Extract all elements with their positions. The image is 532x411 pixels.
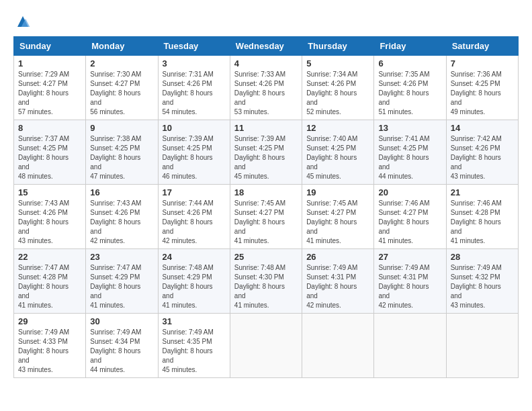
day-number: 12 (306, 123, 369, 133)
calendar-cell: 13Sunrise: 7:41 AMSunset: 4:25 PMDayligh… (374, 120, 446, 185)
day-info: Sunrise: 7:46 AMSunset: 4:28 PMDaylight:… (451, 199, 514, 246)
day-number: 8 (18, 123, 81, 133)
calendar-cell: 10Sunrise: 7:39 AMSunset: 4:25 PMDayligh… (158, 120, 230, 185)
day-number: 16 (90, 187, 153, 197)
calendar-cell: 30Sunrise: 7:49 AMSunset: 4:34 PMDayligh… (86, 314, 158, 378)
calendar-cell (302, 314, 374, 378)
calendar-cell: 9Sunrise: 7:38 AMSunset: 4:25 PMDaylight… (86, 120, 158, 185)
calendar-cell: 18Sunrise: 7:45 AMSunset: 4:27 PMDayligh… (230, 185, 302, 249)
day-info: Sunrise: 7:42 AMSunset: 4:26 PMDaylight:… (451, 134, 514, 181)
calendar-cell: 24Sunrise: 7:48 AMSunset: 4:29 PMDayligh… (158, 249, 230, 314)
calendar-cell: 17Sunrise: 7:44 AMSunset: 4:26 PMDayligh… (158, 185, 230, 249)
calendar-week-row: 29Sunrise: 7:49 AMSunset: 4:33 PMDayligh… (14, 314, 519, 378)
day-number: 1 (18, 58, 81, 68)
calendar-cell: 8Sunrise: 7:37 AMSunset: 4:25 PMDaylight… (14, 120, 86, 185)
calendar-cell: 19Sunrise: 7:45 AMSunset: 4:27 PMDayligh… (302, 185, 374, 249)
calendar-cell (374, 314, 446, 378)
day-info: Sunrise: 7:39 AMSunset: 4:25 PMDaylight:… (234, 134, 298, 181)
day-of-week-header: Saturday (446, 37, 518, 56)
day-number: 18 (234, 187, 298, 197)
calendar-cell: 21Sunrise: 7:46 AMSunset: 4:28 PMDayligh… (446, 185, 518, 249)
day-info: Sunrise: 7:31 AMSunset: 4:26 PMDaylight:… (163, 70, 226, 117)
calendar-cell: 14Sunrise: 7:42 AMSunset: 4:26 PMDayligh… (446, 120, 518, 185)
calendar-week-row: 22Sunrise: 7:47 AMSunset: 4:28 PMDayligh… (14, 249, 519, 314)
day-number: 28 (451, 252, 514, 262)
day-number: 23 (90, 252, 153, 262)
day-info: Sunrise: 7:43 AMSunset: 4:26 PMDaylight:… (18, 199, 81, 246)
day-info: Sunrise: 7:40 AMSunset: 4:25 PMDaylight:… (306, 134, 369, 181)
day-number: 9 (90, 123, 153, 133)
day-of-week-header: Friday (374, 37, 446, 56)
calendar-cell: 26Sunrise: 7:49 AMSunset: 4:31 PMDayligh… (302, 249, 374, 314)
day-info: Sunrise: 7:47 AMSunset: 4:29 PMDaylight:… (90, 263, 153, 310)
calendar-cell: 2Sunrise: 7:30 AMSunset: 4:27 PMDaylight… (86, 56, 158, 120)
day-of-week-header: Tuesday (158, 37, 230, 56)
day-info: Sunrise: 7:36 AMSunset: 4:25 PMDaylight:… (451, 70, 514, 117)
calendar-cell: 23Sunrise: 7:47 AMSunset: 4:29 PMDayligh… (86, 249, 158, 314)
calendar-cell: 12Sunrise: 7:40 AMSunset: 4:25 PMDayligh… (302, 120, 374, 185)
page-header (13, 13, 519, 30)
day-number: 27 (378, 252, 441, 262)
day-info: Sunrise: 7:37 AMSunset: 4:25 PMDaylight:… (18, 134, 81, 181)
day-number: 11 (234, 123, 298, 133)
day-number: 21 (451, 187, 514, 197)
day-number: 13 (378, 123, 441, 133)
day-of-week-header: Monday (86, 37, 158, 56)
day-info: Sunrise: 7:49 AMSunset: 4:31 PMDaylight:… (306, 263, 369, 310)
logo-icon (15, 13, 31, 30)
calendar-cell: 16Sunrise: 7:43 AMSunset: 4:26 PMDayligh… (86, 185, 158, 249)
day-number: 3 (163, 58, 226, 68)
day-info: Sunrise: 7:46 AMSunset: 4:27 PMDaylight:… (378, 199, 441, 246)
day-of-week-header: Sunday (14, 37, 86, 56)
day-info: Sunrise: 7:34 AMSunset: 4:26 PMDaylight:… (306, 70, 369, 117)
day-number: 6 (378, 58, 441, 68)
day-number: 20 (378, 187, 441, 197)
day-number: 2 (90, 58, 153, 68)
calendar-cell: 15Sunrise: 7:43 AMSunset: 4:26 PMDayligh… (14, 185, 86, 249)
day-info: Sunrise: 7:49 AMSunset: 4:34 PMDaylight:… (90, 328, 153, 375)
day-info: Sunrise: 7:43 AMSunset: 4:26 PMDaylight:… (90, 199, 153, 246)
calendar-cell: 6Sunrise: 7:35 AMSunset: 4:26 PMDaylight… (374, 56, 446, 120)
day-info: Sunrise: 7:38 AMSunset: 4:25 PMDaylight:… (90, 134, 153, 181)
calendar-cell: 11Sunrise: 7:39 AMSunset: 4:25 PMDayligh… (230, 120, 302, 185)
day-info: Sunrise: 7:39 AMSunset: 4:25 PMDaylight:… (163, 134, 226, 181)
day-info: Sunrise: 7:49 AMSunset: 4:31 PMDaylight:… (378, 263, 441, 310)
day-info: Sunrise: 7:33 AMSunset: 4:26 PMDaylight:… (234, 70, 298, 117)
calendar-week-row: 8Sunrise: 7:37 AMSunset: 4:25 PMDaylight… (14, 120, 519, 185)
day-info: Sunrise: 7:45 AMSunset: 4:27 PMDaylight:… (306, 199, 369, 246)
calendar-cell: 25Sunrise: 7:48 AMSunset: 4:30 PMDayligh… (230, 249, 302, 314)
day-number: 15 (18, 187, 81, 197)
day-info: Sunrise: 7:47 AMSunset: 4:28 PMDaylight:… (18, 263, 81, 310)
calendar-week-row: 15Sunrise: 7:43 AMSunset: 4:26 PMDayligh… (14, 185, 519, 249)
day-number: 10 (163, 123, 226, 133)
day-info: Sunrise: 7:49 AMSunset: 4:35 PMDaylight:… (163, 328, 226, 375)
calendar-cell: 1Sunrise: 7:29 AMSunset: 4:27 PMDaylight… (14, 56, 86, 120)
day-number: 30 (90, 316, 153, 326)
calendar-cell: 22Sunrise: 7:47 AMSunset: 4:28 PMDayligh… (14, 249, 86, 314)
day-number: 4 (234, 58, 298, 68)
day-info: Sunrise: 7:48 AMSunset: 4:30 PMDaylight:… (234, 263, 298, 310)
day-info: Sunrise: 7:41 AMSunset: 4:25 PMDaylight:… (378, 134, 441, 181)
day-number: 25 (234, 252, 298, 262)
calendar-header-row: SundayMondayTuesdayWednesdayThursdayFrid… (14, 37, 519, 56)
day-number: 14 (451, 123, 514, 133)
day-number: 26 (306, 252, 369, 262)
day-info: Sunrise: 7:45 AMSunset: 4:27 PMDaylight:… (234, 199, 298, 246)
calendar-cell (446, 314, 518, 378)
day-info: Sunrise: 7:44 AMSunset: 4:26 PMDaylight:… (163, 199, 226, 246)
day-of-week-header: Wednesday (230, 37, 302, 56)
day-number: 24 (163, 252, 226, 262)
calendar-cell: 28Sunrise: 7:49 AMSunset: 4:32 PMDayligh… (446, 249, 518, 314)
calendar-cell: 7Sunrise: 7:36 AMSunset: 4:25 PMDaylight… (446, 56, 518, 120)
calendar-cell: 4Sunrise: 7:33 AMSunset: 4:26 PMDaylight… (230, 56, 302, 120)
calendar-body: 1Sunrise: 7:29 AMSunset: 4:27 PMDaylight… (14, 56, 519, 378)
logo (13, 13, 31, 30)
calendar-cell: 5Sunrise: 7:34 AMSunset: 4:26 PMDaylight… (302, 56, 374, 120)
calendar-table: SundayMondayTuesdayWednesdayThursdayFrid… (13, 36, 519, 378)
day-info: Sunrise: 7:49 AMSunset: 4:33 PMDaylight:… (18, 328, 81, 375)
day-number: 19 (306, 187, 369, 197)
calendar-week-row: 1Sunrise: 7:29 AMSunset: 4:27 PMDaylight… (14, 56, 519, 120)
calendar-cell: 29Sunrise: 7:49 AMSunset: 4:33 PMDayligh… (14, 314, 86, 378)
calendar-cell: 31Sunrise: 7:49 AMSunset: 4:35 PMDayligh… (158, 314, 230, 378)
calendar-cell: 3Sunrise: 7:31 AMSunset: 4:26 PMDaylight… (158, 56, 230, 120)
